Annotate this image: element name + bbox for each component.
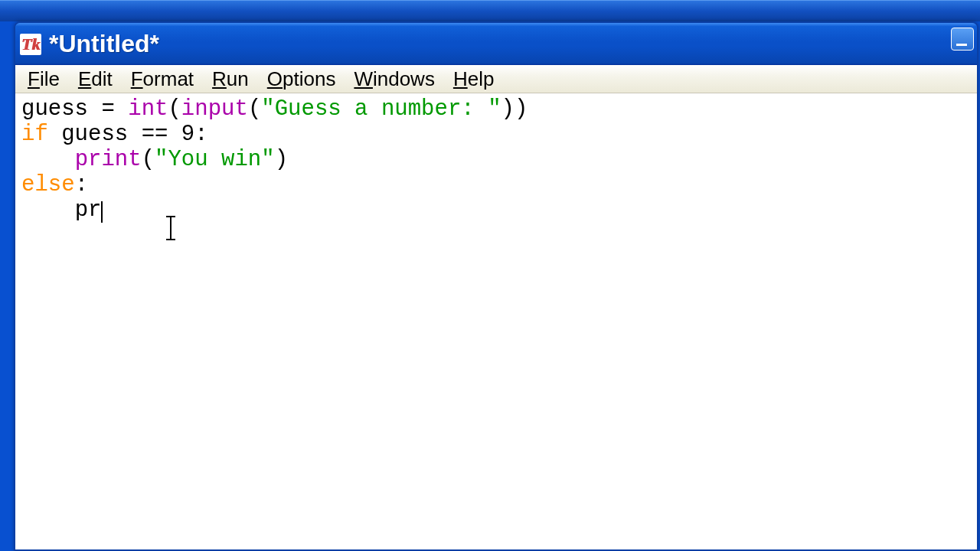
text-caret: [101, 201, 103, 223]
titlebar[interactable]: Tk *Untitled*: [15, 23, 977, 65]
code-token-builtin: input: [181, 96, 248, 122]
idle-window: Tk *Untitled* File Edit Format Run Optio…: [14, 21, 978, 551]
menu-options[interactable]: Options: [258, 66, 345, 93]
code-token-builtin: int: [128, 96, 168, 122]
desktop-background-strip: [0, 0, 980, 21]
code-token-keyword: if: [21, 122, 48, 147]
code-token-string: "Guess a number: ": [261, 96, 501, 122]
code-editor[interactable]: guess = int(input("Guess a number: ")) i…: [15, 93, 977, 549]
menu-run[interactable]: Run: [203, 66, 258, 93]
ibeam-cursor-icon: [170, 216, 172, 240]
code-token-string: "You win": [155, 147, 275, 172]
menu-edit[interactable]: Edit: [69, 66, 122, 93]
menubar: File Edit Format Run Options Windows Hel…: [15, 65, 977, 93]
window-title: *Untitled*: [49, 30, 159, 58]
code-token: (: [168, 96, 181, 122]
code-token: (: [248, 96, 261, 122]
code-token: ): [275, 147, 288, 172]
code-token: guess =: [21, 96, 128, 122]
code-token: )): [501, 96, 528, 122]
tk-icon: Tk: [20, 34, 41, 55]
code-token: (: [142, 147, 155, 172]
code-indent: [21, 197, 75, 223]
minimize-icon: [956, 44, 967, 46]
menu-format[interactable]: Format: [122, 66, 203, 93]
menu-windows[interactable]: Windows: [345, 66, 443, 93]
minimize-button[interactable]: [951, 28, 974, 51]
menu-help[interactable]: Help: [444, 66, 503, 93]
code-indent: [21, 147, 75, 172]
code-token: guess == 9:: [48, 122, 208, 147]
menu-file[interactable]: File: [18, 66, 69, 93]
code-token-keyword: else: [21, 172, 75, 197]
code-token-partial: pr: [75, 197, 102, 223]
code-token-builtin: print: [75, 147, 142, 172]
code-token: :: [75, 172, 88, 197]
